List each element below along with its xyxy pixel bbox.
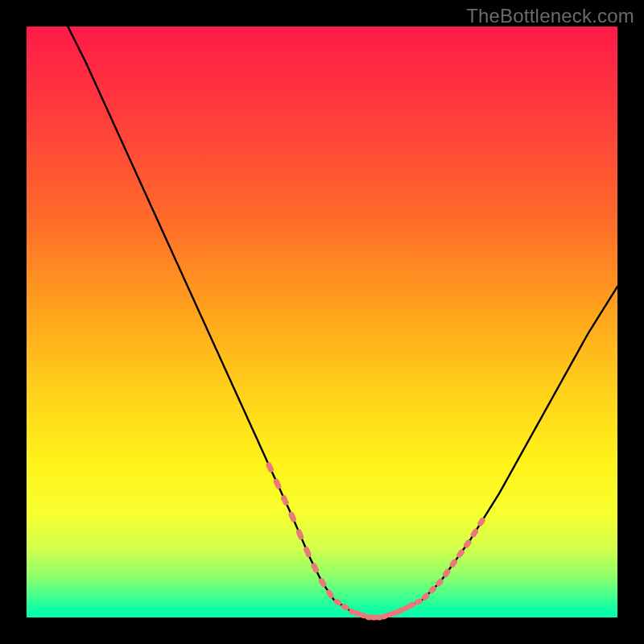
chart-frame: TheBottleneck.com bbox=[0, 0, 644, 644]
threshold-dash bbox=[284, 498, 287, 503]
threshold-dash bbox=[357, 613, 358, 614]
threshold-dash bbox=[431, 588, 433, 590]
threshold-dash bbox=[445, 572, 447, 574]
threshold-dash bbox=[389, 614, 390, 615]
threshold-dash bbox=[424, 596, 426, 597]
threshold-dash bbox=[460, 552, 461, 555]
threshold-dash bbox=[411, 605, 412, 605]
threshold-dash bbox=[368, 617, 369, 617]
threshold-dash bbox=[418, 601, 419, 602]
threshold-dash bbox=[299, 532, 301, 537]
chart-svg bbox=[27, 27, 617, 617]
threshold-dash bbox=[276, 481, 279, 486]
threshold-dash bbox=[314, 566, 316, 570]
threshold-dash bbox=[400, 610, 402, 611]
watermark-text: TheBottleneck.com bbox=[466, 5, 634, 27]
threshold-dash bbox=[394, 613, 396, 613]
threshold-dash bbox=[405, 608, 407, 609]
threshold-dash bbox=[467, 543, 469, 545]
threshold-dash bbox=[439, 581, 440, 584]
threshold-dash bbox=[473, 531, 475, 535]
threshold-dash bbox=[269, 465, 271, 470]
threshold-dash bbox=[307, 550, 309, 555]
threshold-markers bbox=[269, 465, 482, 617]
threshold-dash bbox=[321, 581, 324, 584]
threshold-dash bbox=[336, 601, 339, 603]
threshold-dash bbox=[291, 514, 294, 519]
curve-path bbox=[68, 27, 617, 617]
threshold-dash bbox=[384, 616, 386, 617]
threshold-dash bbox=[344, 606, 346, 608]
threshold-dash bbox=[352, 612, 353, 613]
threshold-dash bbox=[362, 615, 364, 616]
threshold-dash bbox=[452, 562, 454, 564]
threshold-dash bbox=[481, 520, 482, 523]
plot-area bbox=[27, 27, 617, 617]
bottleneck-curve bbox=[68, 27, 617, 617]
threshold-dash bbox=[329, 592, 332, 596]
